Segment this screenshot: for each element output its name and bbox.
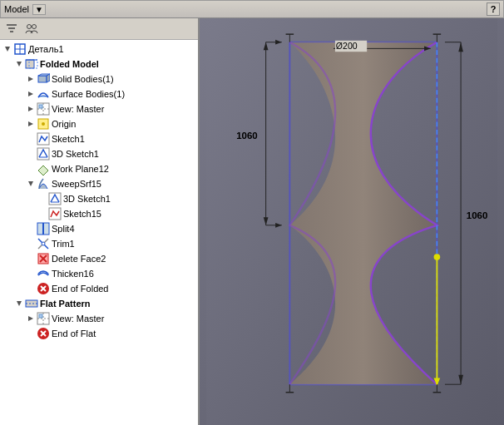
tree-item-label: 3D Sketch1 <box>63 191 111 206</box>
expand-icon <box>25 253 37 264</box>
tree-item-deleteface2[interactable]: Delete Face2 <box>0 251 198 266</box>
svg-marker-39 <box>17 301 22 306</box>
tree-item-label: 3D Sketch1 <box>52 146 99 161</box>
tree-item-end-of-folded[interactable]: End of Folded <box>0 281 198 296</box>
origin-icon <box>37 117 50 131</box>
tree-item-sketch15[interactable]: Sketch15 <box>0 206 198 221</box>
sweep-icon <box>37 177 50 190</box>
tree-item-sketch3d1b[interactable]: 3D Sketch1 <box>0 191 198 206</box>
tree-item-split4[interactable]: Split4 <box>0 221 198 236</box>
svg-point-22 <box>42 122 45 126</box>
tree-item-label: Trim1 <box>52 236 75 251</box>
sketch3d-icon <box>48 192 62 205</box>
tree-item-detail1[interactable]: Деталь1 <box>0 42 198 57</box>
viewport-bg: Ø200 1060 1060 <box>200 18 504 425</box>
tree-item-end-of-flat[interactable]: End of Flat <box>0 326 198 341</box>
tree-item-sketch3d1[interactable]: 3D Sketch1 <box>0 146 198 161</box>
solid-body-icon <box>37 72 50 86</box>
svg-rect-10 <box>26 60 34 68</box>
view-icon <box>37 312 50 325</box>
svg-rect-46 <box>39 314 42 318</box>
expand-icon[interactable] <box>25 118 37 130</box>
svg-point-4 <box>32 24 37 28</box>
expand-icon <box>25 163 37 175</box>
title-bar-left: Model ▼ <box>4 4 46 15</box>
group-icon <box>25 22 38 36</box>
tree-item-flat-pattern[interactable]: Flat Pattern <box>0 296 198 311</box>
tree-item-trim1[interactable]: Trim1 <box>0 236 198 251</box>
tree-item-label: Sketch1 <box>52 131 85 146</box>
expand-icon <box>25 223 37 235</box>
title-bar-title: Model <box>4 4 29 14</box>
expand-icon <box>25 283 37 294</box>
filter-button[interactable] <box>3 21 20 37</box>
tree-item-label: Flat Pattern <box>40 296 91 311</box>
expand-icon[interactable] <box>25 103 37 115</box>
expand-icon[interactable] <box>25 73 37 85</box>
end-red-icon <box>37 282 50 295</box>
svg-marker-5 <box>5 47 10 52</box>
expand-icon[interactable] <box>25 88 37 100</box>
tree-item-origin[interactable]: Origin <box>0 116 198 131</box>
delete-face-icon <box>37 252 50 265</box>
svg-marker-12 <box>28 77 33 82</box>
tree-item-label: Origin <box>52 116 76 131</box>
svg-marker-20 <box>28 121 33 126</box>
component-icon <box>13 42 27 56</box>
expand-icon <box>25 133 37 145</box>
view-icon <box>37 102 50 116</box>
tree-item-label: Solid Bodies(1) <box>52 72 114 86</box>
expand-icon[interactable] <box>13 58 25 70</box>
tree[interactable]: Деталь1Folded ModelSolid Bodies(1)Surfac… <box>0 40 198 425</box>
tree-item-surface-bodies[interactable]: Surface Bodies(1) <box>0 86 198 101</box>
expand-icon <box>25 148 37 160</box>
tree-item-sketch1[interactable]: Sketch1 <box>0 131 198 146</box>
expand-icon[interactable] <box>13 298 25 309</box>
tree-item-view-master-1[interactable]: View: Master <box>0 101 198 116</box>
dropdown-arrow: ▼ <box>35 5 43 14</box>
workplane-icon <box>37 162 50 175</box>
main-content: Деталь1Folded ModelSolid Bodies(1)Surfac… <box>0 18 504 425</box>
svg-point-3 <box>27 24 32 28</box>
svg-rect-13 <box>38 76 47 82</box>
expand-icon[interactable] <box>25 313 37 324</box>
svg-marker-9 <box>17 62 22 67</box>
tree-item-solid-bodies[interactable]: Solid Bodies(1) <box>0 72 198 86</box>
expand-icon[interactable] <box>2 43 13 55</box>
tree-item-view-master-2[interactable]: View: Master <box>0 311 198 326</box>
tree-item-workplane12[interactable]: Work Plane12 <box>0 161 198 176</box>
svg-marker-14 <box>28 91 33 96</box>
svg-point-32 <box>42 242 45 245</box>
svg-rect-19 <box>39 105 42 108</box>
group-button[interactable] <box>23 21 40 37</box>
tree-item-label: Деталь1 <box>28 42 64 57</box>
help-button[interactable]: ? <box>487 2 500 16</box>
split-icon <box>37 222 50 235</box>
tree-item-label: SweepSrf15 <box>52 176 101 191</box>
tree-item-sweepsrf15[interactable]: SweepSrf15 <box>0 176 198 191</box>
flat-pattern-icon <box>25 297 38 310</box>
tree-item-label: Thicken16 <box>52 266 94 281</box>
tree-item-folded-model[interactable]: Folded Model <box>0 57 198 72</box>
title-bar-dropdown[interactable]: ▼ <box>32 4 46 15</box>
tree-item-label: View: Master <box>52 101 104 116</box>
tree-item-thicken16[interactable]: Thicken16 <box>0 266 198 281</box>
svg-point-58 <box>434 254 441 260</box>
expand-icon <box>25 328 37 339</box>
tree-item-label: Folded Model <box>40 57 99 72</box>
toolbar <box>0 18 198 40</box>
tree-item-label: View: Master <box>52 311 104 326</box>
svg-text:1060: 1060 <box>467 210 488 220</box>
tree-item-label: Split4 <box>52 221 75 236</box>
expand-icon <box>37 208 48 220</box>
tree-item-label: Delete Face2 <box>52 251 106 266</box>
svg-marker-26 <box>28 181 33 186</box>
expand-icon[interactable] <box>25 178 37 190</box>
folded-model-icon <box>25 57 38 71</box>
expand-icon <box>25 268 37 279</box>
sketch3d-icon <box>37 147 50 161</box>
expand-icon <box>25 238 37 250</box>
svg-marker-15 <box>28 106 33 111</box>
svg-marker-42 <box>28 316 33 321</box>
tree-item-label: End of Folded <box>52 281 109 296</box>
